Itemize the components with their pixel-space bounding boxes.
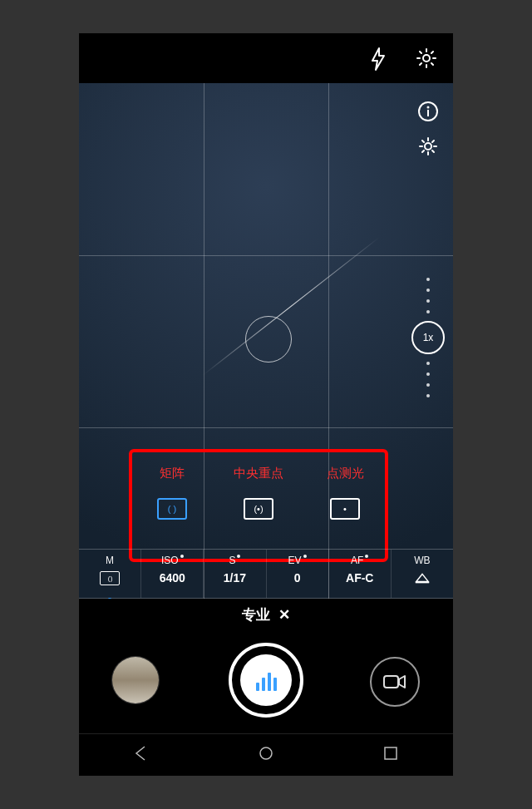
param-label: AF [351, 555, 363, 566]
modified-indicator [237, 555, 240, 558]
metering-option-matrix[interactable]: 矩阵 ( ) [129, 457, 215, 557]
param-ev[interactable]: EV 0 [267, 550, 329, 598]
param-shutter[interactable]: S 1/17 [204, 550, 266, 598]
viewfinder-overlay-right [411, 91, 445, 166]
info-button[interactable] [413, 96, 443, 126]
modified-indicator [180, 555, 184, 558]
zoom-tick [426, 299, 430, 303]
metering-option-spot[interactable]: 点测光 • [302, 457, 388, 557]
top-bar [79, 33, 453, 83]
gallery-thumbnail[interactable] [112, 657, 159, 703]
nav-home-button[interactable] [241, 745, 291, 765]
svg-rect-3 [427, 110, 429, 116]
grid-line [79, 427, 453, 428]
svg-rect-13 [416, 582, 429, 584]
flash-icon [368, 47, 388, 72]
metering-option-center[interactable]: 中央重点 (•) [215, 457, 302, 557]
zoom-tick [426, 289, 430, 292]
param-label: ISO [161, 555, 179, 566]
metering-label: 中央重点 [215, 466, 302, 481]
metering-options: 矩阵 ( ) 中央重点 (•) 点测光 • [129, 457, 388, 557]
flash-toggle[interactable] [368, 47, 388, 72]
param-value: 6400 [141, 571, 203, 585]
pro-params-row: M ( ) ISO 6400 S 1/17 EV 0 AF AF-C WB [79, 549, 453, 599]
svg-point-2 [427, 106, 430, 109]
metering-matrix-icon: ( ) [157, 498, 187, 520]
svg-line-9 [422, 141, 424, 142]
system-nav-bar [79, 733, 453, 776]
shutter-histogram-icon [240, 654, 292, 706]
brightness-button[interactable] [413, 131, 443, 161]
param-label: WB [414, 555, 430, 566]
shutter-row [79, 632, 453, 732]
home-icon [258, 745, 274, 762]
mode-row: 专业 ✕ [79, 599, 453, 632]
metering-label: 矩阵 [129, 466, 215, 481]
recent-icon [383, 746, 398, 761]
back-icon [133, 745, 150, 762]
metering-mini-icon: ( ) [100, 571, 120, 585]
svg-point-0 [423, 55, 430, 62]
grid-line [79, 255, 453, 256]
nav-back-button[interactable] [116, 745, 166, 765]
zoom-tick [426, 278, 430, 281]
svg-point-4 [425, 143, 431, 150]
phone-frame: 1x 矩阵 ( ) 中央重点 (•) 点测光 • [79, 33, 453, 776]
param-af[interactable]: AF AF-C [329, 550, 392, 598]
param-wb[interactable]: WB [392, 550, 453, 598]
viewfinder[interactable]: 1x 矩阵 ( ) 中央重点 (•) 点测光 • [79, 83, 453, 599]
param-label: S [229, 555, 235, 566]
param-metering[interactable]: M ( ) [79, 550, 141, 598]
zoom-tick [426, 362, 430, 365]
nav-recent-button[interactable] [366, 746, 416, 764]
settings-button[interactable] [415, 47, 438, 70]
param-value: 1/17 [204, 571, 265, 585]
metering-spot-icon: • [330, 498, 360, 520]
shutter-button[interactable] [229, 643, 303, 718]
mode-close-button[interactable]: ✕ [278, 607, 290, 623]
video-mode-button[interactable] [370, 657, 420, 707]
mode-name: 专业 [242, 607, 270, 623]
info-icon [417, 101, 439, 122]
param-value: 0 [267, 571, 328, 585]
gear-icon [415, 47, 438, 70]
zoom-level-indicator[interactable]: 1x [411, 321, 445, 354]
zoom-control[interactable]: 1x [411, 270, 445, 405]
focus-indicator-line [202, 237, 379, 376]
param-label: M [106, 555, 114, 566]
svg-point-15 [260, 747, 272, 759]
brightness-icon [416, 135, 440, 158]
metering-label: 点测光 [302, 466, 388, 481]
modified-indicator [365, 555, 368, 558]
svg-rect-14 [384, 676, 398, 688]
video-icon [383, 673, 406, 690]
zoom-tick [426, 310, 430, 313]
svg-line-10 [432, 150, 434, 152]
param-value: AF-C [329, 571, 391, 585]
param-iso[interactable]: ISO 6400 [141, 550, 204, 598]
zoom-tick [426, 372, 430, 376]
svg-rect-16 [385, 747, 397, 759]
zoom-level-label: 1x [423, 332, 434, 343]
wb-icon [414, 571, 431, 585]
svg-line-12 [422, 150, 424, 152]
modified-indicator [303, 555, 307, 558]
svg-line-11 [432, 141, 434, 142]
zoom-tick [426, 383, 430, 387]
metering-center-icon: (•) [244, 498, 273, 520]
focus-ring[interactable] [245, 316, 292, 363]
zoom-tick [426, 394, 430, 397]
param-label: EV [288, 555, 302, 566]
